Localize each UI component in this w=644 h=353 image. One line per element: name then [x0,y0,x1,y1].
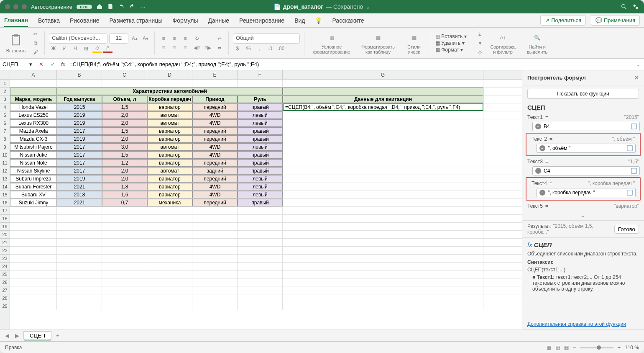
cell[interactable] [283,80,483,87]
cell[interactable] [283,271,483,278]
cell[interactable]: Характеристики автомобилей [57,88,283,95]
undo-icon[interactable] [118,3,125,10]
cell[interactable] [238,239,283,246]
cell[interactable]: 2019 [57,111,102,119]
row-header[interactable]: 21 [0,239,10,247]
cell[interactable]: 1,5 [102,103,147,111]
currency-icon[interactable]: $ [233,44,242,53]
cell[interactable] [147,207,192,214]
cell[interactable]: 2017 [57,167,102,175]
cell[interactable]: 4WD [192,191,238,198]
cell[interactable]: =СЦЕП(B4;", объём ";C4;", коробка переда… [283,103,483,111]
cell[interactable] [283,159,483,167]
cell[interactable] [238,80,283,87]
font-name-combo[interactable]: Calibri (Основной... [49,33,107,44]
cell[interactable] [192,207,238,214]
cell[interactable] [192,286,238,294]
cell[interactable] [10,278,57,286]
cell[interactable]: вариатор [147,159,192,167]
row-header[interactable]: 1 [0,80,10,88]
expand-formulabar-icon[interactable]: ⌄ [633,61,644,67]
underline-icon[interactable]: Ч [71,44,80,53]
cell[interactable] [147,302,192,310]
cell[interactable]: правый [238,199,283,206]
cell[interactable]: автомат [147,167,192,175]
delete-cells-button[interactable]: ▦ Удалить ▾ [435,40,467,46]
cell[interactable] [57,80,102,87]
cell[interactable] [238,286,283,294]
cell[interactable]: 2,0 [102,119,147,127]
cell[interactable]: 2,0 [102,111,147,119]
formula-input[interactable]: =СЦЕП(B4;", объём ";C4;", коробка переда… [68,61,633,67]
decrease-decimal-icon[interactable]: .0 [266,44,275,53]
row-header[interactable]: 18 [0,215,10,223]
cell[interactable]: Subaru XV [10,191,57,198]
cell[interactable]: механика [147,199,192,206]
cell[interactable]: 2021 [57,199,102,206]
cell[interactable]: Nissan Note [10,159,57,167]
cell[interactable]: 2,0 [102,175,147,183]
row-header[interactable]: 27 [0,286,10,294]
row-header[interactable]: 11 [0,159,10,167]
cell[interactable] [283,119,483,127]
done-button[interactable]: Готово [614,225,639,234]
cell[interactable] [10,294,57,302]
cell[interactable] [10,207,57,214]
cell[interactable]: правый [238,103,283,111]
cell[interactable] [283,223,483,230]
cell[interactable]: правый [238,167,283,175]
cell[interactable] [57,271,102,278]
zoom-value[interactable]: 110 % [625,345,639,350]
row-header[interactable]: 14 [0,183,10,191]
autosave-toggle[interactable]: вкл. [77,5,92,9]
close-panel-icon[interactable]: ✕ [634,75,639,81]
tab-home[interactable]: Главная [4,14,28,27]
home-icon[interactable] [96,3,103,10]
cell[interactable] [192,302,238,310]
arg-input-1[interactable]: −", объём " [537,144,636,153]
cell[interactable] [283,88,483,95]
cell[interactable]: передний [192,127,238,135]
cell[interactable] [147,263,192,270]
more-help-link[interactable]: Дополнительная справка по этой функции [522,319,644,330]
cell[interactable] [10,223,57,230]
cell[interactable] [57,286,102,294]
tab-draw[interactable]: Рисование [70,15,100,26]
zoom-out-icon[interactable]: − [573,345,576,350]
cell[interactable]: 4WD [192,119,238,127]
row-header[interactable]: 25 [0,271,10,278]
cell[interactable]: передний [192,135,238,143]
cell[interactable] [147,286,192,294]
borders-icon[interactable]: ⊞ [82,44,91,53]
cell[interactable] [57,215,102,222]
cell[interactable]: 2017 [57,143,102,151]
cell[interactable]: правый [238,127,283,135]
row-header[interactable]: 12 [0,167,10,175]
percent-icon[interactable]: % [244,44,253,53]
cell[interactable] [57,302,102,310]
merge-icon[interactable]: ⬌ [215,44,224,52]
cell[interactable] [192,278,238,286]
chevron-down-icon[interactable]: ⌄ [365,3,371,10]
spreadsheet-grid[interactable]: 1234567891011121314151617181920212223242… [0,70,522,330]
cell[interactable]: левый [238,175,283,183]
cell[interactable] [57,223,102,230]
show-all-functions-button[interactable]: Показать все функции [527,89,639,99]
row-header[interactable]: 10 [0,151,10,159]
cell[interactable] [102,215,147,222]
cell[interactable] [238,223,283,230]
arg-input-0[interactable]: −B4 [532,122,640,131]
cell[interactable] [147,239,192,246]
cell[interactable]: автомат [147,111,192,119]
cell[interactable]: Subaru Impreza [10,175,57,183]
cell[interactable]: 2015 [57,103,102,111]
cell[interactable] [102,239,147,246]
cell[interactable]: Honda Vezel [10,103,57,111]
row-header[interactable]: 29 [0,302,10,310]
italic-icon[interactable]: К [60,44,69,53]
cell[interactable]: 4WD [192,183,238,191]
cell[interactable]: левый [238,119,283,127]
row-header[interactable]: 20 [0,231,10,239]
sort-filter-icon[interactable]: A↓ [498,32,508,44]
column-header-F[interactable]: F [238,70,283,79]
